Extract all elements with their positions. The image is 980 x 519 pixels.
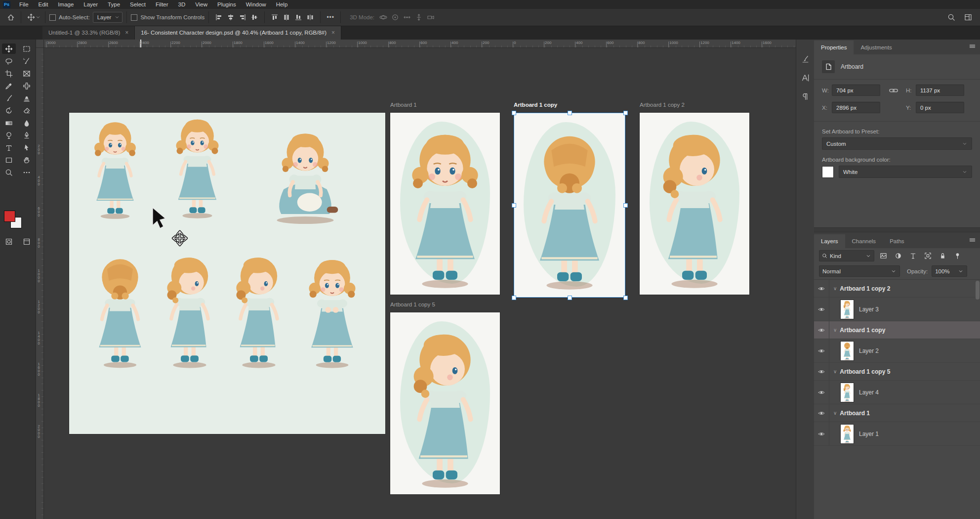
ruler-corner[interactable] <box>36 40 44 48</box>
opacity-select[interactable]: 100% <box>932 265 967 277</box>
transform-handle[interactable] <box>512 296 516 300</box>
menu-type[interactable]: Type <box>103 1 125 8</box>
visibility-toggle[interactable] <box>814 280 829 297</box>
gradient-tool[interactable] <box>2 118 16 128</box>
rectangle-tool[interactable] <box>2 155 16 165</box>
expand-chevron-icon[interactable]: ∨ <box>833 327 837 333</box>
visibility-toggle[interactable] <box>814 321 829 339</box>
layer-row-layer-4[interactable]: Layer 4 <box>814 381 980 404</box>
smart-object-filter-button[interactable] <box>937 251 948 261</box>
horizontal-ruler[interactable]: 3000280026002400220020001800160014001200… <box>43 40 796 48</box>
hand-tool[interactable] <box>20 155 34 165</box>
transform-handle[interactable] <box>512 111 516 115</box>
menu-select[interactable]: Select <box>125 1 151 8</box>
dodge-tool[interactable] <box>2 130 16 140</box>
shape-filter-button[interactable] <box>922 251 934 261</box>
adjustment-filter-button[interactable] <box>892 251 904 261</box>
transform-handle[interactable] <box>623 296 628 300</box>
y-field[interactable]: 0 px <box>916 102 964 113</box>
artboard-artboard-1-copy-5[interactable] <box>390 312 500 494</box>
tab-close-button[interactable]: × <box>125 29 128 36</box>
artboard-group-artboard-1[interactable]: ∨Artboard 1 <box>814 404 980 422</box>
tab-paths[interactable]: Paths <box>883 234 911 248</box>
menu-edit[interactable]: Edit <box>34 1 53 8</box>
expand-chevron-icon[interactable]: ∨ <box>833 369 837 374</box>
layer-filter-kind-select[interactable]: Kind <box>819 250 874 261</box>
distribute-top-button[interactable] <box>269 11 281 23</box>
width-field[interactable]: 704 px <box>832 85 880 96</box>
document-tab-2[interactable]: 16- Consistent Character design.psd @ 40… <box>135 26 341 40</box>
artboard-group-artboard-1-copy[interactable]: ∨Artboard 1 copy <box>814 321 980 339</box>
layer-row-layer-3[interactable]: Layer 3 <box>814 298 980 321</box>
type-filter-button[interactable] <box>907 251 919 261</box>
more-align-options-button[interactable]: ••• <box>325 11 336 23</box>
panel-menu-button[interactable] <box>969 236 976 244</box>
layers-scrollbar[interactable] <box>976 281 980 300</box>
expand-chevron-icon[interactable]: ∨ <box>833 410 837 416</box>
visibility-toggle[interactable] <box>814 422 829 445</box>
roll-3d-button[interactable] <box>389 11 401 23</box>
screen-mode-button[interactable] <box>20 236 34 247</box>
reference-artboard[interactable] <box>69 113 385 434</box>
menu-image[interactable]: Image <box>53 1 79 8</box>
visibility-toggle[interactable] <box>814 298 829 321</box>
foreground-color-swatch[interactable] <box>4 211 15 222</box>
brush-tool[interactable] <box>2 93 16 103</box>
crop-tool[interactable] <box>2 68 16 79</box>
menu-3d[interactable]: 3D <box>173 1 191 8</box>
align-right-button[interactable] <box>237 11 248 23</box>
layer-row-layer-2[interactable]: Layer 2 <box>814 339 980 363</box>
transform-handle[interactable] <box>568 111 572 115</box>
tab-close-button[interactable]: × <box>331 29 335 36</box>
artboard-artboard-1[interactable] <box>390 113 500 295</box>
visibility-toggle[interactable] <box>814 404 829 422</box>
show-transform-checkbox[interactable] <box>131 14 137 21</box>
layer-row-layer-1[interactable]: Layer 1 <box>814 422 980 446</box>
blur-tool[interactable] <box>20 118 34 128</box>
menu-help[interactable]: Help <box>271 1 293 8</box>
layer-thumbnail[interactable] <box>840 383 854 402</box>
distribute-gap-button[interactable] <box>304 11 316 23</box>
layer-thumbnail[interactable] <box>840 341 854 361</box>
blend-mode-select[interactable]: Normal <box>819 265 900 277</box>
layer-thumbnail[interactable] <box>840 424 854 444</box>
artboard-artboard-1-copy-2[interactable] <box>640 113 749 295</box>
artboard-group-artboard-1-copy-5[interactable]: ∨Artboard 1 copy 5 <box>814 363 980 381</box>
zoom-tool[interactable] <box>2 167 16 177</box>
menu-view[interactable]: View <box>190 1 212 8</box>
menu-plugins[interactable]: Plugins <box>212 1 241 8</box>
height-field[interactable]: 1137 px <box>916 85 964 96</box>
tab-adjustments[interactable]: Adjustments <box>854 41 898 54</box>
paragraph-panel-button[interactable] <box>796 89 814 104</box>
artboard-artboard-1-copy[interactable] <box>514 113 625 298</box>
artboard-bg-swatch[interactable] <box>822 166 834 178</box>
transform-handle[interactable] <box>623 203 628 208</box>
panel-menu-button[interactable] <box>969 43 976 50</box>
visibility-toggle[interactable] <box>814 339 829 362</box>
tab-channels[interactable]: Channels <box>845 234 883 248</box>
tab-properties[interactable]: Properties <box>814 41 854 54</box>
preset-select[interactable]: Custom <box>822 137 972 150</box>
artboard-label[interactable]: Artboard 1 copy 5 <box>390 302 435 307</box>
move-tool[interactable] <box>2 43 16 54</box>
marquee-tool[interactable] <box>20 43 34 54</box>
work-area[interactable]: Artboard 1Artboard 1 copyArtboard 1 copy… <box>43 47 796 519</box>
pan-3d-button[interactable] <box>401 11 413 23</box>
ellipsis-tool[interactable] <box>20 167 34 177</box>
character-panel-button[interactable] <box>796 70 814 85</box>
tab-layers[interactable]: Layers <box>814 234 845 248</box>
healing-tool[interactable] <box>20 81 34 91</box>
visibility-toggle[interactable] <box>814 381 829 404</box>
eyedropper-tool[interactable] <box>2 81 16 91</box>
quick-mask-button[interactable] <box>2 236 16 247</box>
artboard-label[interactable]: Artboard 1 copy 2 <box>640 102 685 108</box>
home-button[interactable] <box>5 11 17 23</box>
align-center-v-button[interactable] <box>248 11 260 23</box>
auto-select-checkbox[interactable] <box>49 14 56 21</box>
document-tab-1[interactable]: Untitled-1 @ 33.3% (RGB/8)× <box>42 26 135 40</box>
align-left-button[interactable] <box>213 11 225 23</box>
artboard-group-artboard-1-copy-2[interactable]: ∨Artboard 1 copy 2 <box>814 280 980 298</box>
pixel-filter-button[interactable] <box>877 251 889 261</box>
lasso-tool[interactable] <box>2 56 16 66</box>
menu-file[interactable]: File <box>14 1 34 8</box>
